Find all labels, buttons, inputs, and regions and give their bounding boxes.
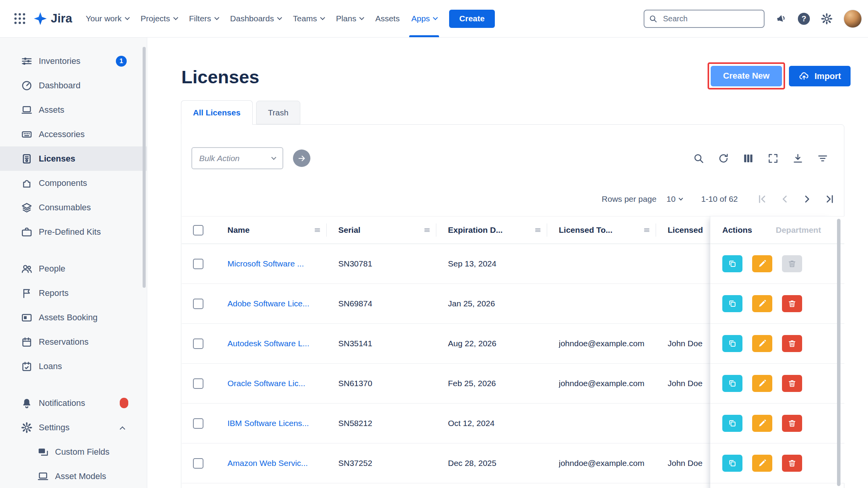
sidebar-item-custom-fields[interactable]: Custom Fields [0, 440, 147, 464]
refresh-icon[interactable] [718, 153, 729, 164]
license-name-link[interactable]: Autodesk Software L... [227, 339, 338, 348]
license-name-link[interactable]: Amazon Web Servic... [227, 459, 338, 468]
select-all-checkbox[interactable] [193, 225, 203, 235]
first-page-icon[interactable] [756, 193, 768, 205]
create-button[interactable]: Create [449, 10, 494, 28]
next-page-icon[interactable] [801, 193, 813, 205]
prev-page-icon[interactable] [779, 193, 790, 205]
column-menu-icon[interactable] [642, 226, 651, 234]
delete-button[interactable] [782, 255, 802, 272]
copy-button[interactable] [722, 335, 742, 352]
nav-item-projects[interactable]: Projects [135, 0, 183, 37]
copy-button[interactable] [722, 375, 742, 392]
rows-per-page-value: 10 [666, 194, 675, 204]
delete-button[interactable] [782, 455, 802, 472]
edit-button[interactable] [752, 455, 772, 472]
license-name-link[interactable]: IBM Software Licens... [227, 419, 338, 428]
copy-button[interactable] [722, 455, 742, 472]
edit-button[interactable] [752, 255, 772, 272]
table-scrollbar[interactable] [837, 219, 840, 486]
bulk-action-select[interactable]: Bulk Action [191, 147, 283, 169]
copy-button[interactable] [722, 295, 742, 312]
nav-item-teams[interactable]: Teams [287, 0, 330, 37]
app-switcher-icon[interactable] [11, 10, 29, 27]
column-header-expiration[interactable]: Expiration D... [448, 223, 559, 237]
license-name-link[interactable]: Adobe Software Lice... [227, 299, 338, 308]
licensed-to-cell: johndoe@example.com [559, 339, 668, 348]
nav-item-assets[interactable]: Assets [369, 0, 405, 37]
table-search-icon[interactable] [693, 153, 704, 164]
last-page-icon[interactable] [824, 193, 835, 205]
columns-icon[interactable] [742, 153, 754, 164]
column-header-serial[interactable]: Serial [338, 223, 448, 237]
sidebar-item-consumables[interactable]: Consumables [0, 195, 147, 220]
sidebar-item-licenses[interactable]: Licenses [0, 146, 147, 171]
row-checkbox[interactable] [193, 378, 203, 389]
delete-button[interactable] [782, 295, 802, 312]
gauge-icon [21, 80, 33, 91]
column-menu-icon[interactable] [534, 226, 542, 234]
nav-item-apps[interactable]: Apps [405, 0, 443, 37]
sidebar-item-assets-booking[interactable]: Assets Booking [0, 305, 147, 330]
edit-button[interactable] [752, 415, 772, 432]
row-checkbox[interactable] [193, 458, 203, 469]
license-name-link[interactable]: Microsoft Software ... [227, 259, 338, 268]
sidebar-item-settings[interactable]: Settings [0, 415, 147, 440]
sidebar-item-reservations[interactable]: Reservations [0, 330, 147, 354]
row-checkbox[interactable] [193, 339, 203, 349]
download-icon[interactable] [792, 153, 804, 164]
nav-item-your-work[interactable]: Your work [80, 0, 135, 37]
gear-icon [21, 422, 33, 433]
bulk-action-submit-button[interactable] [293, 149, 310, 167]
sidebar-item-label: Custom Fields [55, 447, 110, 457]
row-checkbox[interactable] [193, 259, 203, 269]
delete-button[interactable] [782, 335, 802, 352]
row-checkbox[interactable] [193, 299, 203, 309]
fullscreen-icon[interactable] [767, 153, 779, 164]
sidebar-item-asset-models[interactable]: Asset Models [0, 464, 147, 488]
column-header-licensed-to[interactable]: Licensed To... [559, 223, 668, 237]
nav-item-plans[interactable]: Plans [330, 0, 370, 37]
expiration-cell: Jan 25, 2026 [448, 299, 559, 308]
layers-icon [21, 202, 33, 213]
sidebar-item-reports[interactable]: Reports [0, 281, 147, 305]
tab-trash[interactable]: Trash [256, 101, 301, 124]
tab-all-licenses[interactable]: All Licenses [181, 100, 253, 125]
user-avatar[interactable] [844, 10, 862, 28]
sidebar-scrollbar[interactable] [143, 47, 146, 288]
sidebar-item-pre-defined-kits[interactable]: Pre-Defined Kits [0, 220, 147, 244]
nav-item-filters[interactable]: Filters [183, 0, 224, 37]
column-header-name[interactable]: Name [227, 223, 338, 237]
sidebar-item-people[interactable]: People [0, 256, 147, 281]
import-button[interactable]: Import [789, 66, 851, 86]
sidebar-item-loans[interactable]: Loans [0, 354, 147, 378]
filter-icon[interactable] [817, 153, 828, 164]
delete-button[interactable] [782, 415, 802, 432]
edit-button[interactable] [752, 335, 772, 352]
jira-logo[interactable]: Jira [33, 12, 72, 26]
rows-per-page-select[interactable]: 10 [666, 194, 682, 204]
settings-gear-icon[interactable] [821, 13, 833, 25]
sidebar-item-inventories[interactable]: Inventories 1 [0, 49, 147, 73]
copy-button[interactable] [722, 255, 742, 272]
search-input[interactable] [644, 10, 765, 28]
copy-button[interactable] [722, 415, 742, 432]
sidebar-item-accessories[interactable]: Accessories [0, 122, 147, 146]
column-menu-icon[interactable] [313, 226, 322, 234]
megaphone-icon[interactable] [775, 13, 787, 24]
sidebar-item-notifications[interactable]: Notifications [0, 391, 147, 415]
actions-row [710, 284, 835, 324]
create-new-button[interactable]: Create New [711, 66, 782, 86]
nav-item-dashboards[interactable]: Dashboards [224, 0, 287, 37]
row-checkbox[interactable] [193, 418, 203, 429]
help-icon[interactable]: ? [798, 13, 810, 25]
sidebar-item-components[interactable]: Components [0, 171, 147, 195]
sidebar-item-dashboard[interactable]: Dashboard [0, 73, 147, 98]
column-menu-icon[interactable] [423, 226, 431, 234]
license-name-link[interactable]: Oracle Software Lic... [227, 379, 338, 388]
license-icon [21, 153, 33, 165]
delete-button[interactable] [782, 375, 802, 392]
edit-button[interactable] [752, 375, 772, 392]
sidebar-item-assets[interactable]: Assets [0, 98, 147, 122]
edit-button[interactable] [752, 295, 772, 312]
